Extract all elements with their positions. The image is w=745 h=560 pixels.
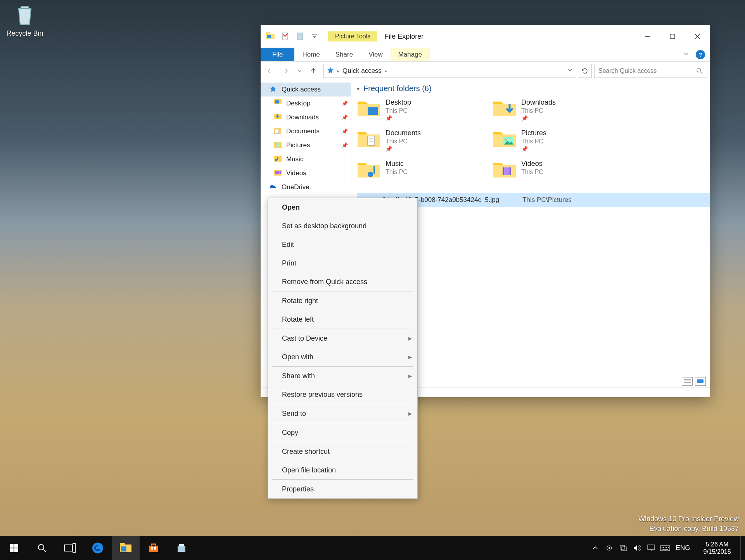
group-header-frequent-folders[interactable]: ▾ Frequent folders (6) <box>357 80 710 98</box>
qat-new-folder-icon[interactable] <box>293 30 306 43</box>
maximize-button[interactable] <box>660 28 685 45</box>
nav-recent-dropdown[interactable] <box>295 63 305 79</box>
breadcrumb-separator-icon: ▸ <box>385 68 387 74</box>
ctx-open-file-location[interactable]: Open file location <box>268 461 417 479</box>
ctx-set-as-desktop-background[interactable]: Set as desktop background <box>268 217 417 235</box>
taskbar-app-icon[interactable] <box>168 536 195 560</box>
view-large-icons-button[interactable] <box>695 377 706 386</box>
nav-item-videos[interactable]: Videos <box>261 166 351 180</box>
ctx-open[interactable]: Open <box>268 198 417 217</box>
tray-clock[interactable]: 5:26 AM 9/15/2015 <box>694 541 740 555</box>
ctx-create-shortcut[interactable]: Create shortcut <box>268 442 417 461</box>
start-button[interactable] <box>0 536 28 560</box>
folder-music[interactable]: Music This PC <box>357 160 481 179</box>
refresh-button[interactable] <box>578 64 592 78</box>
taskbar-edge-icon[interactable] <box>84 536 112 560</box>
tray-volume-icon[interactable] <box>630 536 644 560</box>
nav-back-button[interactable] <box>261 63 278 79</box>
svg-rect-5 <box>297 33 302 40</box>
recent-file-location: This PC\Pictures <box>522 196 572 204</box>
folder-location: This PC <box>521 169 543 176</box>
folder-location: This PC <box>385 138 421 145</box>
svg-rect-56 <box>662 549 668 550</box>
folder-pictures[interactable]: Pictures This PC 📌 <box>493 129 617 152</box>
menu-item-label: Set as desktop background <box>282 222 366 230</box>
menu-item-label: Rotate left <box>282 315 314 324</box>
close-button[interactable] <box>685 28 710 45</box>
nav-forward-button[interactable] <box>278 63 295 79</box>
nav-item-desktop[interactable]: Desktop📌 <box>261 96 351 110</box>
taskbar-file-explorer-icon[interactable] <box>112 536 140 560</box>
ctx-restore-previous-versions[interactable]: Restore previous versions <box>268 385 417 404</box>
svg-rect-53 <box>665 547 665 548</box>
desktop-icon-recycle-bin[interactable]: Recycle Bin <box>5 3 44 38</box>
nav-item-pictures[interactable]: Pictures📌 <box>261 138 351 152</box>
nav-item-onedrive[interactable]: OneDrive <box>261 180 351 194</box>
search-input[interactable] <box>598 67 696 74</box>
tray-overflow-icon[interactable] <box>588 536 602 560</box>
ribbon-expand-icon[interactable] <box>683 50 692 59</box>
folder-location: This PC <box>521 107 556 114</box>
menu-item-label: Cast to Device <box>282 334 327 343</box>
tray-action-center-icon[interactable] <box>644 536 658 560</box>
taskbar-store-icon[interactable] <box>140 536 168 560</box>
ctx-cast-to-device[interactable]: Cast to Device▸ <box>268 329 417 348</box>
nav-item-downloads[interactable]: Downloads📌 <box>261 110 351 124</box>
ribbon-help-button[interactable]: ? <box>696 50 705 59</box>
search-box[interactable] <box>594 64 707 78</box>
group-header-label: Frequent folders (6) <box>363 84 432 93</box>
tray-location-icon[interactable] <box>602 536 616 560</box>
nav-item-documents[interactable]: Documents📌 <box>261 124 351 138</box>
folder-documents[interactable]: Documents This PC 📌 <box>357 129 481 152</box>
ctx-remove-from-quick-access[interactable]: Remove from Quick access <box>268 272 417 291</box>
submenu-arrow-icon: ▸ <box>408 353 412 361</box>
ctx-share-with[interactable]: Share with▸ <box>268 367 417 385</box>
folder-downloads[interactable]: Downloads This PC 📌 <box>493 98 617 121</box>
folder-videos[interactable]: Videos This PC <box>493 160 617 179</box>
breadcrumb-quick-access[interactable]: Quick access <box>342 67 382 75</box>
pictures-icon <box>274 141 282 150</box>
ctx-open-with[interactable]: Open with▸ <box>268 348 417 366</box>
ribbon-tab-home[interactable]: Home <box>294 48 327 61</box>
videos-icon <box>274 169 282 177</box>
nav-item-music[interactable]: Music <box>261 152 351 166</box>
qat-app-icon[interactable] <box>264 30 277 43</box>
minimize-button[interactable] <box>635 28 660 45</box>
ribbon-tab-view[interactable]: View <box>361 48 391 61</box>
pin-icon: 📌 <box>341 142 348 148</box>
svg-rect-35 <box>73 544 75 552</box>
nav-up-button[interactable] <box>305 63 322 79</box>
quick-access-icon <box>327 67 334 75</box>
search-button[interactable] <box>28 536 56 560</box>
menu-item-label: Restore previous versions <box>282 391 363 399</box>
ctx-properties[interactable]: Properties <box>268 480 417 498</box>
folder-location: This PC <box>385 107 411 114</box>
svg-rect-55 <box>668 547 669 548</box>
nav-item-quick-access[interactable]: Quick access <box>261 83 351 96</box>
qat-properties-icon[interactable] <box>278 30 292 43</box>
ribbon-tab-file[interactable]: File <box>261 48 294 61</box>
tray-keyboard-icon[interactable] <box>658 536 672 560</box>
address-history-dropdown-icon[interactable] <box>567 67 573 74</box>
tray-network-icon[interactable] <box>616 536 630 560</box>
ribbon-tab-manage[interactable]: Manage <box>391 48 430 61</box>
task-view-button[interactable] <box>56 536 84 560</box>
ctx-send-to[interactable]: Send to▸ <box>268 404 417 423</box>
svg-rect-41 <box>151 547 153 550</box>
qat-customize-icon[interactable] <box>308 30 321 43</box>
ctx-rotate-right[interactable]: Rotate right <box>268 291 417 310</box>
ctx-rotate-left[interactable]: Rotate left <box>268 310 417 329</box>
ctx-edit[interactable]: Edit <box>268 235 417 254</box>
tray-language[interactable]: ENG <box>672 544 694 552</box>
svg-rect-21 <box>368 107 378 115</box>
ctx-print[interactable]: Print <box>268 254 417 272</box>
address-bar[interactable]: ▸ Quick access ▸ <box>323 64 576 78</box>
recycle-bin-icon <box>12 3 37 28</box>
titlebar: Picture Tools File Explorer <box>261 25 710 48</box>
view-details-button[interactable] <box>682 377 693 386</box>
show-desktop-button[interactable] <box>740 536 745 560</box>
ctx-copy[interactable]: Copy <box>268 423 417 442</box>
svg-rect-48 <box>622 547 626 551</box>
ribbon-tab-share[interactable]: Share <box>328 48 361 61</box>
folder-desktop[interactable]: Desktop This PC 📌 <box>357 98 481 121</box>
